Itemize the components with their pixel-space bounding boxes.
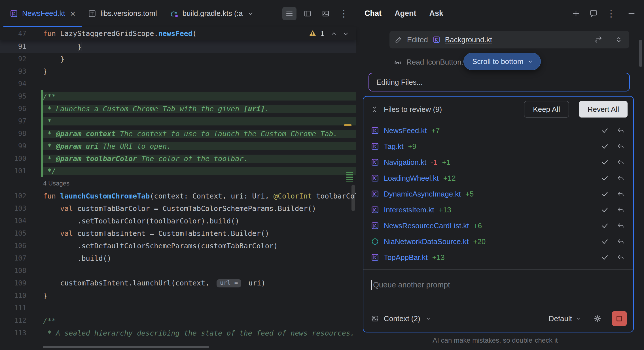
sticky-code-header[interactable]: 47 fun LazyStaggeredGridScope.newsFeed( … (0, 27, 356, 40)
revert-file-button[interactable] (615, 142, 626, 150)
file-link[interactable]: NiaNetworkDataSource.kt (384, 237, 469, 246)
tab-newsfeed-kt[interactable]: NewsFeed.kt × (3, 0, 82, 27)
hide-panel-icon[interactable] (627, 9, 636, 18)
new-chat-icon[interactable] (571, 9, 581, 18)
keep-file-button[interactable] (599, 174, 611, 182)
edited-file-card[interactable]: Edited Background.kt (389, 31, 629, 48)
collapse-icon[interactable] (370, 105, 379, 114)
code-line[interactable]: 107 .build() (0, 252, 356, 264)
file-link[interactable]: InterestsItem.kt (384, 206, 434, 214)
code-line[interactable]: 108 (0, 264, 356, 277)
file-review-row[interactable]: LoadingWheel.kt +12 (363, 170, 633, 186)
warning-stripe-mark[interactable] (344, 124, 351, 126)
keep-file-button[interactable] (599, 142, 611, 151)
code-line[interactable]: 100 * @param toolbarColor The color of t… (0, 152, 356, 165)
file-review-row[interactable]: NewsFeed.kt +7 (363, 123, 633, 138)
keep-file-button[interactable] (599, 158, 611, 167)
tab-ask[interactable]: Ask (429, 9, 444, 18)
tab-chat[interactable]: Chat (365, 9, 382, 18)
code-line[interactable]: 110} (0, 289, 356, 302)
file-link[interactable]: TopAppBar.kt (384, 253, 428, 262)
revert-file-button[interactable] (615, 127, 626, 135)
revert-file-button[interactable] (615, 174, 626, 182)
code-line[interactable]: 99 * @param uri The URI to open. (0, 140, 356, 152)
editor-vertical-scrollbar[interactable] (351, 185, 355, 211)
chat-scrollbar[interactable] (639, 40, 642, 67)
revert-file-button[interactable] (615, 222, 626, 230)
file-link[interactable]: NewsResourceCardList.kt (384, 221, 469, 230)
code-line[interactable]: 96 * Launches a Custom Chrome Tab with t… (0, 103, 356, 115)
code-line[interactable]: 102fun launchCustomChromeTab(context: Co… (0, 190, 356, 202)
list-view-icon[interactable] (282, 7, 296, 20)
tab-build-gradle-kts[interactable]: build.gradle.kts (:a (163, 0, 261, 27)
file-review-row[interactable]: NiaNetworkDataSource.kt +20 (363, 234, 633, 249)
file-review-row[interactable]: NewsResourceCardList.kt +6 (363, 218, 633, 234)
code-line[interactable]: 105 val customTabsIntent = CustomTabsInt… (0, 227, 356, 240)
model-selector[interactable]: Default (549, 314, 582, 323)
kebab-menu-icon[interactable]: ⋮ (607, 9, 616, 18)
attach-image-icon[interactable] (371, 314, 379, 323)
warning-icon[interactable] (309, 29, 317, 38)
keep-file-button[interactable] (599, 206, 611, 214)
keep-file-button[interactable] (599, 237, 611, 246)
prompt-input[interactable]: Queue another prompt (363, 270, 633, 290)
file-review-row[interactable]: Tag.kt +9 (363, 138, 633, 154)
file-review-row[interactable]: DynamicAsyncImage.kt +5 (363, 186, 633, 202)
code-line[interactable]: 97 * (0, 115, 356, 127)
file-review-row[interactable]: TopAppBar.kt +13 (363, 249, 633, 265)
usages-inlay[interactable]: 4 Usages (0, 177, 356, 190)
keep-all-button[interactable]: Keep All (524, 101, 569, 118)
code-line[interactable]: 104 .setToolbarColor(toolbarColor).build… (0, 215, 356, 227)
file-link[interactable]: LoadingWheel.kt (384, 174, 439, 183)
revert-file-button[interactable] (615, 190, 626, 198)
keep-file-button[interactable] (599, 221, 611, 230)
tab-agent[interactable]: Agent (395, 9, 416, 18)
scroll-to-bottom-button[interactable]: Scroll to bottom (463, 53, 541, 70)
file-link[interactable]: DynamicAsyncImage.kt (384, 190, 461, 199)
chevron-down-icon[interactable] (425, 315, 432, 322)
image-preview-icon[interactable] (319, 7, 333, 20)
kebab-menu-icon[interactable]: ⋮ (337, 7, 351, 20)
code-line[interactable]: 109 customTabsIntent.launchUrl(context, … (0, 277, 356, 289)
read-step-row[interactable]: Read IconButton. (393, 58, 463, 67)
file-link[interactable]: NewsFeed.kt (384, 126, 427, 135)
code-line[interactable]: 111 (0, 302, 356, 314)
file-review-row[interactable]: Navigation.kt -1 +1 (363, 154, 633, 170)
file-review-row[interactable]: InterestsItem.kt +13 (363, 202, 633, 218)
revert-file-button[interactable] (615, 253, 626, 261)
code-line[interactable]: 112/** (0, 314, 356, 327)
code-line[interactable]: 92 } (0, 53, 356, 65)
split-editor-icon[interactable] (300, 7, 315, 20)
stop-generation-button[interactable] (612, 311, 627, 326)
code-line[interactable]: 103 val customTabBarColor = CustomTabCol… (0, 202, 356, 215)
file-link[interactable]: Tag.kt (384, 142, 403, 151)
expand-icon[interactable] (615, 35, 623, 44)
close-icon[interactable]: × (70, 9, 76, 18)
show-diff-icon[interactable] (594, 35, 603, 44)
code-line[interactable]: 94 (0, 78, 356, 90)
revert-all-button[interactable]: Revert All (579, 101, 628, 118)
keep-file-button[interactable] (599, 253, 611, 262)
edited-file-link[interactable]: Background.kt (445, 35, 492, 44)
prev-issue-icon[interactable] (330, 30, 338, 38)
tab-libs-versions-toml[interactable]: libs.versions.toml (82, 0, 163, 27)
code-line[interactable]: 106 .setDefaultColorSchemeParams(customT… (0, 240, 356, 252)
keep-file-button[interactable] (599, 190, 611, 198)
file-link[interactable]: Navigation.kt (384, 158, 426, 167)
code-line[interactable]: 93} (0, 65, 356, 78)
revert-file-button[interactable] (615, 206, 626, 214)
code-line[interactable]: 101 */ (0, 165, 356, 177)
revert-file-button[interactable] (615, 158, 626, 166)
code-line[interactable]: 113 * A sealed hierarchy describing the … (0, 327, 356, 339)
settings-gear-icon[interactable] (593, 314, 602, 323)
keep-file-button[interactable] (599, 126, 611, 135)
editor-horizontal-scrollbar[interactable] (43, 346, 209, 348)
code-line[interactable]: 98 * @param context The context to use t… (0, 127, 356, 140)
code-line[interactable]: 95/** (0, 90, 356, 103)
revert-file-button[interactable] (615, 238, 626, 246)
code-line[interactable]: 91 } (0, 40, 356, 53)
context-selector[interactable]: Context (2) (384, 314, 420, 323)
code-lines[interactable]: 91 }92 }93}9495/**96 * Launches a Custom… (0, 40, 356, 350)
chat-history-icon[interactable] (589, 9, 598, 18)
next-issue-icon[interactable] (342, 30, 350, 38)
